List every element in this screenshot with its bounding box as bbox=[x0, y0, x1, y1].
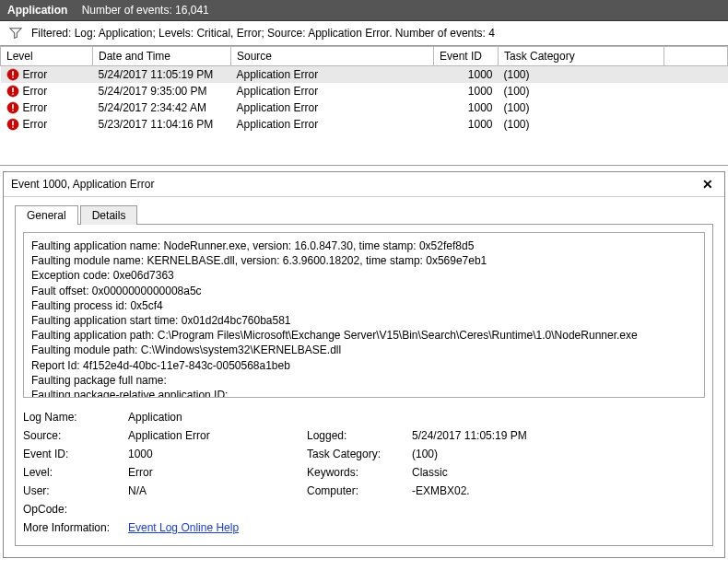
cell-source: Application Error bbox=[231, 99, 434, 116]
filter-bar: Filtered: Log: Application; Levels: Crit… bbox=[0, 21, 728, 46]
description-line: Exception code: 0xe06d7363 bbox=[31, 268, 697, 283]
cell-date: 5/24/2017 11:05:19 PM bbox=[93, 66, 231, 84]
description-line: Faulting package-relative application ID… bbox=[31, 388, 697, 398]
link-online-help[interactable]: Event Log Online Help bbox=[128, 521, 239, 534]
cell-taskcat: (100) bbox=[499, 83, 664, 99]
lbl-eventid: Event ID: bbox=[23, 448, 124, 460]
lbl-level: Level: bbox=[23, 466, 124, 479]
app-name: Application bbox=[7, 4, 67, 17]
event-grid[interactable]: Level Date and Time Source Event ID Task… bbox=[0, 46, 728, 166]
val-logged: 5/24/2017 11:05:19 PM bbox=[412, 429, 596, 442]
description-line: Faulting package full name: bbox=[31, 373, 697, 388]
lbl-moreinfo: More Information: bbox=[23, 521, 124, 534]
svg-rect-10 bbox=[12, 121, 14, 125]
svg-rect-7 bbox=[12, 104, 14, 109]
cell-source: Application Error bbox=[231, 83, 434, 99]
col-eventid[interactable]: Event ID bbox=[434, 47, 499, 66]
svg-rect-4 bbox=[12, 87, 14, 92]
val-keywords: Classic bbox=[412, 466, 596, 479]
val-eventid: 1000 bbox=[128, 448, 303, 460]
description-line: Faulting application name: NodeRunner.ex… bbox=[31, 239, 697, 253]
tab-details[interactable]: Details bbox=[80, 205, 138, 225]
cell-date: 5/24/2017 2:34:42 AM bbox=[93, 99, 231, 116]
filter-icon bbox=[9, 27, 22, 40]
cell-eventid: 1000 bbox=[434, 116, 499, 133]
description-line: Faulting application start time: 0x01d2d… bbox=[31, 313, 697, 328]
cell-taskcat: (100) bbox=[499, 116, 664, 133]
description-line: Report Id: 4f152e4d-40bc-11e7-843c-00505… bbox=[31, 358, 697, 373]
svg-rect-5 bbox=[12, 93, 14, 95]
cell-source: Application Error bbox=[231, 66, 434, 84]
cell-level: Error bbox=[23, 85, 48, 98]
col-level[interactable]: Level bbox=[1, 47, 93, 66]
description-line: Faulting application path: C:\Program Fi… bbox=[31, 328, 697, 343]
error-icon bbox=[6, 101, 19, 114]
svg-rect-1 bbox=[12, 71, 14, 76]
cell-date: 5/24/2017 9:35:00 PM bbox=[93, 83, 231, 99]
lbl-computer: Computer: bbox=[307, 484, 408, 497]
lbl-taskcat: Task Category: bbox=[307, 448, 408, 460]
table-row[interactable]: Error5/24/2017 2:34:42 AMApplication Err… bbox=[1, 99, 728, 116]
col-source[interactable]: Source bbox=[231, 47, 434, 66]
tab-general[interactable]: General bbox=[15, 205, 78, 225]
tabs: General Details bbox=[15, 204, 713, 224]
cell-eventid: 1000 bbox=[434, 99, 499, 116]
grid-header-row: Level Date and Time Source Event ID Task… bbox=[1, 47, 728, 66]
cell-level: Error bbox=[23, 118, 48, 131]
val-user: N/A bbox=[128, 484, 303, 497]
details-title: Event 1000, Application Error bbox=[11, 178, 154, 191]
description-line: Fault offset: 0x0000000000008a5c bbox=[31, 284, 697, 298]
lbl-opcode: OpCode: bbox=[23, 503, 124, 516]
col-spacer bbox=[664, 47, 728, 66]
description-line: Faulting module name: KERNELBASE.dll, ve… bbox=[31, 253, 697, 268]
lbl-user: User: bbox=[23, 484, 124, 497]
val-computer: -EXMBX02. bbox=[412, 484, 596, 497]
lbl-logname: Log Name: bbox=[23, 411, 124, 424]
close-icon[interactable]: ✕ bbox=[699, 177, 717, 192]
table-row[interactable]: Error5/23/2017 11:04:16 PMApplication Er… bbox=[1, 116, 728, 133]
error-icon bbox=[6, 85, 19, 98]
title-bar: Application Number of events: 16,041 bbox=[0, 0, 728, 21]
cell-level: Error bbox=[23, 68, 48, 81]
col-date[interactable]: Date and Time bbox=[93, 47, 231, 66]
cell-source: Application Error bbox=[231, 116, 434, 133]
details-pane: Event 1000, Application Error ✕ General … bbox=[3, 171, 725, 558]
properties-grid: Log Name: Application Source: Applicatio… bbox=[23, 411, 705, 534]
description-line: Faulting module path: C:\Windows\system3… bbox=[31, 343, 697, 357]
svg-rect-2 bbox=[12, 76, 14, 78]
cell-taskcat: (100) bbox=[499, 66, 664, 84]
val-taskcat: (100) bbox=[412, 448, 596, 460]
svg-rect-11 bbox=[12, 126, 14, 128]
lbl-logged: Logged: bbox=[307, 429, 408, 442]
lbl-keywords: Keywords: bbox=[307, 466, 408, 479]
cell-level: Error bbox=[23, 101, 48, 114]
description-line: Faulting process id: 0x5cf4 bbox=[31, 298, 697, 313]
col-taskcat[interactable]: Task Category bbox=[499, 47, 664, 66]
val-level: Error bbox=[128, 466, 303, 479]
cell-date: 5/23/2017 11:04:16 PM bbox=[93, 116, 231, 133]
error-icon bbox=[6, 118, 19, 131]
val-source: Application Error bbox=[128, 429, 303, 442]
filter-text: Filtered: Log: Application; Levels: Crit… bbox=[31, 27, 495, 40]
error-icon bbox=[6, 68, 19, 81]
cell-taskcat: (100) bbox=[499, 99, 664, 116]
description-box[interactable]: Faulting application name: NodeRunner.ex… bbox=[23, 232, 705, 398]
cell-eventid: 1000 bbox=[434, 83, 499, 99]
table-row[interactable]: Error5/24/2017 9:35:00 PMApplication Err… bbox=[1, 83, 728, 99]
event-count: Number of events: 16,041 bbox=[82, 4, 209, 17]
val-logname: Application bbox=[128, 411, 303, 424]
lbl-source: Source: bbox=[23, 429, 124, 442]
svg-rect-8 bbox=[12, 110, 14, 111]
cell-eventid: 1000 bbox=[434, 66, 499, 84]
tab-body-general: Faulting application name: NodeRunner.ex… bbox=[15, 224, 713, 546]
table-row[interactable]: Error5/24/2017 11:05:19 PMApplication Er… bbox=[1, 66, 728, 84]
